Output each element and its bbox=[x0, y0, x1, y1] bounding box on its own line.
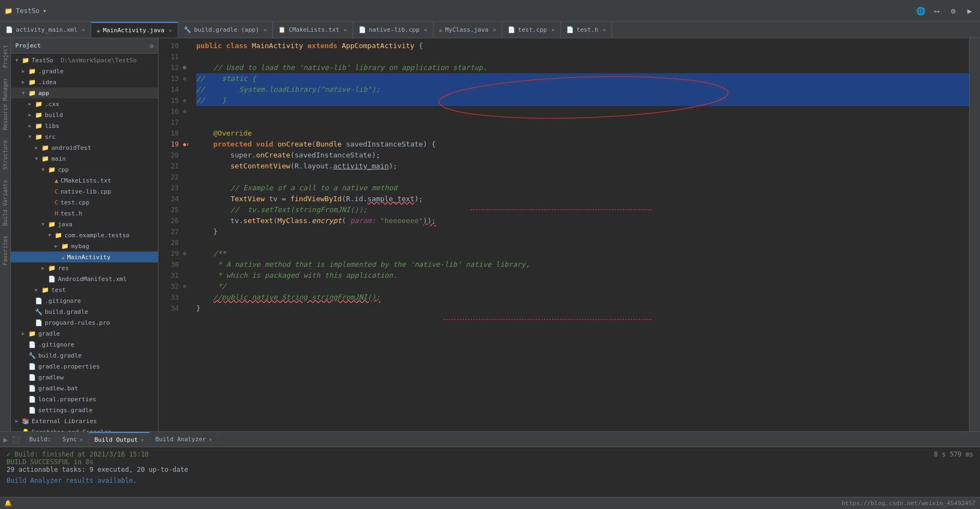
code-line-33: //public native String stringFromJNI(); bbox=[196, 292, 969, 303]
tree-item-gradlew-bat[interactable]: 📄 gradlew.bat bbox=[11, 383, 158, 394]
tree-item-main[interactable]: ▼ 📁 main bbox=[11, 153, 158, 164]
tree-item-cxx[interactable]: ▶ 📁 .cxx bbox=[11, 98, 158, 109]
tab-test-cpp[interactable]: 📄 test.cpp ✕ bbox=[502, 22, 561, 38]
no-arrow bbox=[22, 375, 28, 380]
tree-item-buildgradle-app[interactable]: 🔧 build.gradle bbox=[11, 306, 158, 317]
tree-item-java-folder[interactable]: ▼ 📁 java bbox=[11, 219, 158, 230]
tree-item-buildgradle-root[interactable]: 🔧 build.gradle bbox=[11, 350, 158, 361]
tree-item-label: main bbox=[51, 155, 66, 162]
bottom-tab-build-analyzer[interactable]: Build Analyzer ✕ bbox=[150, 432, 218, 447]
build-variants-icon[interactable]: Build Variants bbox=[1, 175, 9, 230]
folder-icon: 📁 bbox=[48, 265, 56, 272]
tree-item-gitignore-app[interactable]: 📄 .gitignore bbox=[11, 295, 158, 306]
tree-item-proguard[interactable]: 📄 proguard-rules.pro bbox=[11, 317, 158, 328]
settings-icon[interactable]: ⚙ bbox=[947, 5, 959, 17]
tree-item-androidtest[interactable]: ▶ 📁 androidTest bbox=[11, 142, 158, 153]
sync-close[interactable]: ✕ bbox=[80, 436, 83, 442]
tab-close-btn[interactable]: ✕ bbox=[493, 27, 496, 33]
tree-item-gradle-hidden[interactable]: ▶ 📁 .gradle bbox=[11, 66, 158, 77]
tree-item-settings-gradle[interactable]: 📄 settings.gradle bbox=[11, 405, 158, 416]
project-title[interactable]: TestSo bbox=[16, 7, 39, 15]
bottom-tab-sync[interactable]: Sync ✕ bbox=[57, 432, 89, 447]
menu-icon[interactable]: ▶ bbox=[964, 5, 976, 17]
code-editor[interactable]: public class MainActivity extends AppCom… bbox=[192, 38, 969, 431]
tree-item-gradle-properties[interactable]: 📄 gradle.properties bbox=[11, 361, 158, 372]
no-arrow bbox=[55, 254, 61, 260]
tab-close-btn[interactable]: ✕ bbox=[603, 27, 606, 33]
tab-close-btn[interactable]: ✕ bbox=[424, 27, 427, 33]
bottom-tab-build[interactable]: Build: bbox=[24, 432, 57, 447]
tree-item-label: TestSo D:\asWorkSpace\TestSo bbox=[32, 57, 137, 64]
tab-build-gradle-app[interactable]: 🔧 build.gradle (app) ✕ bbox=[178, 22, 273, 38]
tree-item-app[interactable]: ▼ 📁 app bbox=[11, 87, 158, 98]
folder-icon: 📁 bbox=[35, 133, 43, 141]
project-panel-icon[interactable]: Project bbox=[1, 40, 9, 72]
tab-close-btn[interactable]: ✕ bbox=[169, 27, 172, 33]
bottom-tab-build-output[interactable]: Build Output ✕ bbox=[89, 432, 150, 447]
tab-cmakelists[interactable]: 📋 CMakeLists.txt ✕ bbox=[273, 22, 353, 38]
tree-item-build[interactable]: ▶ 📁 build bbox=[11, 109, 158, 120]
tree-item-idea[interactable]: ▶ 📁 .idea bbox=[11, 77, 158, 87]
tree-item-mainactivity[interactable]: ☕ MainActivity bbox=[11, 251, 158, 262]
tree-item-test-h[interactable]: H test.h bbox=[11, 208, 158, 219]
tree-item-cpp-folder[interactable]: ▼ 📁 cpp bbox=[11, 164, 158, 175]
tree-item-external-libs[interactable]: ▶ 📚 External Libraries bbox=[11, 416, 158, 426]
tree-item-label: mybag bbox=[71, 243, 89, 250]
tab-close-btn[interactable]: ✕ bbox=[263, 27, 267, 33]
build-analyzer-link[interactable]: Build Analyzer results available. bbox=[7, 477, 973, 484]
tree-item-gitignore-root[interactable]: 📄 .gitignore bbox=[11, 339, 158, 350]
tree-item-mybag[interactable]: ▶ 📁 mybag bbox=[11, 241, 158, 251]
java-icon: ☕ bbox=[61, 254, 65, 261]
tab-native-lib-cpp[interactable]: 📄 native-lib.cpp ✕ bbox=[353, 22, 433, 38]
status-url[interactable]: https://blog.csdn.net/weixin_45492457 bbox=[842, 500, 976, 507]
code-line-10: public class MainActivity extends AppCom… bbox=[196, 40, 969, 51]
expand-arrow: ▶ bbox=[28, 101, 35, 107]
build-output-close[interactable]: ✕ bbox=[140, 437, 144, 443]
stop-icon[interactable]: ⬛ bbox=[12, 436, 20, 443]
tab-close-btn[interactable]: ✕ bbox=[551, 27, 555, 33]
no-arrow bbox=[22, 364, 28, 369]
main-area: Project Resource Manager Structure Build… bbox=[0, 38, 980, 431]
build-analyzer-close[interactable]: ✕ bbox=[209, 436, 212, 442]
earth-icon[interactable]: 🌐 bbox=[914, 5, 926, 17]
tree-item-androidmanifest[interactable]: 📄 AndroidManifest.xml bbox=[11, 273, 158, 284]
tree-item-res[interactable]: ▶ 📁 res bbox=[11, 262, 158, 273]
tree-item-local-properties[interactable]: 📄 local.properties bbox=[11, 394, 158, 405]
tree-item-label: test.h bbox=[61, 210, 83, 217]
tree-item-gradlew[interactable]: 📄 gradlew bbox=[11, 372, 158, 383]
tree-item-test-folder[interactable]: ▶ 📁 test bbox=[11, 284, 158, 295]
gear-icon[interactable]: ⚙ bbox=[150, 42, 154, 50]
tab-close-btn[interactable]: ✕ bbox=[344, 27, 347, 33]
tree-item-libs[interactable]: ▶ 📁 libs bbox=[11, 120, 158, 131]
tab-close-btn[interactable]: ✕ bbox=[82, 27, 85, 33]
tree-item-test-cpp[interactable]: C test.cpp bbox=[11, 197, 158, 208]
tab-myclass-java[interactable]: ☕ MyClass.java ✕ bbox=[433, 22, 502, 38]
tree-item-package[interactable]: ▼ 📁 com.example.testso bbox=[11, 230, 158, 241]
code-line-20: super.onCreate(savedInstanceState); bbox=[196, 150, 969, 161]
project-tree[interactable]: ▼ 📁 TestSo D:\asWorkSpace\TestSo ▶ 📁 .gr… bbox=[11, 54, 158, 431]
code-content[interactable]: 10 11 12 13 14 15 16 17 18 19 20 21 22 2… bbox=[159, 38, 969, 431]
tree-item-src[interactable]: ▼ 📁 src bbox=[11, 131, 158, 142]
dropdown-arrow[interactable]: ▾ bbox=[43, 7, 46, 15]
run-icon[interactable]: ▶ bbox=[3, 435, 8, 444]
tree-item-scratches[interactable]: 💡 Scratches and Consoles bbox=[11, 426, 158, 431]
tab-activity-main-xml[interactable]: 📄 activity_main.xml ✕ bbox=[0, 22, 91, 38]
tab-mainactivity-java[interactable]: ☕ MainActivity.java ✕ bbox=[91, 22, 178, 38]
xml-icon: 📄 bbox=[48, 276, 56, 283]
tree-item-label: .cxx bbox=[45, 101, 60, 108]
tree-item-gradle-folder[interactable]: ▶ 📁 gradle bbox=[11, 328, 158, 339]
favorites-icon[interactable]: Favorites bbox=[1, 231, 9, 270]
tree-item-native-lib[interactable]: C native-lib.cpp bbox=[11, 186, 158, 197]
code-line-21: setContentView(R.layout.activity_main); bbox=[196, 161, 969, 172]
tree-item-root[interactable]: ▼ 📁 TestSo D:\asWorkSpace\TestSo bbox=[11, 55, 158, 66]
structure-icon[interactable]: Structure bbox=[1, 136, 9, 174]
sync-icon[interactable]: ⟷ bbox=[931, 5, 943, 17]
code-line-19: protected void onCreate(Bundle savedInst… bbox=[196, 139, 969, 150]
resource-manager-icon[interactable]: Resource Manager bbox=[1, 73, 9, 134]
tab-test-h[interactable]: 📄 test.h ✕ bbox=[561, 22, 612, 38]
tree-item-cmakelists[interactable]: ▲ CMakeLists.txt bbox=[11, 175, 158, 186]
code-line-30: * A native method that is implemented by… bbox=[196, 259, 969, 270]
code-line-27: } bbox=[196, 226, 969, 237]
code-line-23: // Example of a call to a native method bbox=[196, 183, 969, 194]
expand-arrow: ▼ bbox=[48, 232, 55, 238]
